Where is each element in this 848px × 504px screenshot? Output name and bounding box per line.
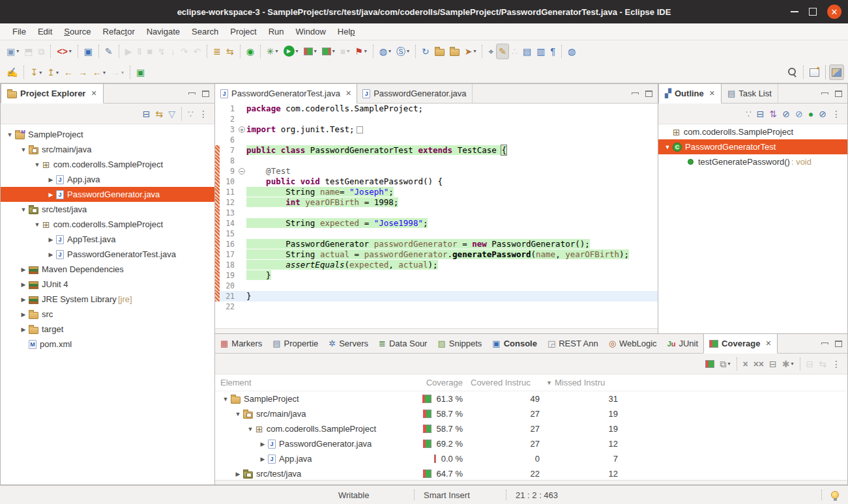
expanded-arrow-icon[interactable]: ▼ [233, 411, 243, 417]
minimize-view-icon[interactable] [821, 92, 828, 94]
collapsed-arrow-icon[interactable]: ▶ [18, 266, 29, 273]
collapsed-arrow-icon[interactable]: ▶ [257, 441, 268, 447]
hide-static-button[interactable]: ⊘ [793, 106, 806, 122]
menu-navigate[interactable]: Navigate [141, 23, 186, 40]
code-line-15[interactable]: 15 [215, 229, 658, 239]
menu-help[interactable]: Help [332, 23, 361, 40]
collapse-all-button[interactable]: ⊟ [754, 106, 767, 122]
expanded-arrow-icon[interactable]: ▼ [662, 144, 673, 150]
code-line-18[interactable]: 18 assertEquals(expected, actual); [215, 260, 658, 270]
close-icon[interactable]: ✕ [709, 89, 715, 98]
tree-item-sampleproject[interactable]: ▼SampleProject [1, 127, 214, 142]
new-server-button[interactable]: ◍▾ [377, 44, 394, 59]
hide-locals-button[interactable]: ⊘ [816, 106, 829, 122]
collapse-button[interactable]: ⊟ [767, 356, 780, 372]
tab-snippets[interactable]: ▨Snippets [432, 334, 487, 353]
save-all-button[interactable]: ⧉ [35, 44, 47, 59]
column-element[interactable]: Element [215, 378, 411, 387]
collapsed-arrow-icon[interactable]: ▶ [46, 236, 56, 243]
table-hscrollbar[interactable] [215, 480, 847, 484]
menu-run[interactable]: Run [263, 23, 290, 40]
focus-button[interactable]: ∵ [185, 106, 196, 122]
java-perspective-button[interactable] [829, 64, 844, 80]
registers-view-button[interactable]: ▥ [534, 44, 548, 59]
collapsed-arrow-icon[interactable]: ▶ [18, 281, 29, 288]
tree-item-src-main-java[interactable]: ▼src/main/java [1, 142, 214, 157]
launch-wizard-button[interactable]: ➤▾ [462, 44, 479, 59]
code-line-11[interactable]: 11 String name= "Joseph"; [215, 187, 658, 197]
step-over-button[interactable]: ↷ [178, 44, 191, 59]
tab-propertie[interactable]: ▤Propertie [267, 334, 323, 353]
tree-item-passwordgenerator-java[interactable]: ▶JPasswordGenerator.java [1, 187, 214, 202]
code-line-20[interactable]: 20 [215, 281, 658, 291]
tab-rest-ann[interactable]: ◲REST Ann [542, 334, 604, 353]
step-filters-button[interactable]: ↯ [155, 44, 168, 59]
tab-markers[interactable]: ▦Markers [215, 334, 267, 353]
expanded-arrow-icon[interactable]: ▼ [32, 221, 42, 228]
save-button[interactable]: ⬒ [22, 44, 35, 59]
code-line-8[interactable]: 8 [215, 156, 658, 166]
tab-coverage[interactable]: Coverage✕ [703, 334, 777, 354]
menu-file[interactable]: File [7, 23, 32, 40]
view-menu-button[interactable]: ⋮ [829, 356, 843, 372]
external-tools-button[interactable]: ⚑▾ [352, 44, 370, 59]
import-wizard-button[interactable] [432, 44, 447, 59]
menu-project[interactable]: Project [224, 23, 262, 40]
menu-search[interactable]: Search [186, 23, 224, 40]
expanded-arrow-icon[interactable]: ▼ [245, 426, 256, 432]
minimize-view-icon[interactable] [632, 92, 639, 94]
minimize-view-icon[interactable] [821, 343, 828, 344]
column-missed-instructions[interactable]: ▼ Missed Instru [540, 378, 618, 387]
coverage-button[interactable]: ▾ [301, 44, 319, 59]
focus-button[interactable]: ∵ [743, 106, 754, 122]
profile-button[interactable]: ▾ [319, 44, 338, 59]
code-line-17[interactable]: 17 String actual = passwordGenerator.gen… [215, 249, 658, 260]
tree-item-com-coderolls-sampleproject[interactable]: ⊞com.coderolls.SampleProject [658, 124, 847, 139]
terminate-button[interactable]: ■ [145, 44, 155, 59]
suspend-button[interactable]: Ⅱ [135, 44, 145, 59]
run-history-button[interactable]: ■▾ [338, 44, 352, 59]
tree-item-app-java[interactable]: ▶JApp.java [1, 172, 214, 187]
code-line-10[interactable]: 10 public void testGeneratePassword() { [215, 176, 658, 187]
collapsed-arrow-icon[interactable]: ▶ [46, 191, 56, 198]
collapsed-arrow-icon[interactable]: ▶ [18, 326, 29, 333]
back-button[interactable]: ←▾ [90, 64, 108, 80]
java-refactor-button[interactable]: <>▾ [54, 44, 74, 59]
code-line-7[interactable]: 7public class PasswordGeneratorTest exte… [215, 145, 658, 156]
run-last-tool-button[interactable]: ✍ [4, 64, 20, 80]
code-editor[interactable]: 1package com.coderolls.SampleProject;23+… [215, 104, 658, 312]
tree-item-target[interactable]: ▶target [1, 322, 214, 337]
resume-button[interactable]: ▶ [123, 44, 135, 59]
collapse-all-button[interactable]: ⊟ [804, 356, 817, 372]
collapsed-arrow-icon[interactable]: ▶ [46, 176, 56, 183]
tree-item-apptest-java[interactable]: ▶JAppTest.java [1, 232, 214, 247]
close-icon[interactable]: ✕ [765, 339, 771, 348]
maximize-view-icon[interactable] [645, 91, 652, 97]
notification-button[interactable] [822, 489, 848, 501]
maximize-window-button[interactable] [809, 8, 817, 16]
tree-item-jre-system-library[interactable]: ▶JRE System Library [jre] [1, 292, 214, 307]
tree-item-com-coderolls-sampleproject[interactable]: ▼⊞com.coderolls.SampleProject [1, 157, 214, 172]
power-button[interactable]: ◉ [244, 44, 257, 59]
sort-button[interactable]: ⇅ [767, 106, 780, 122]
remote-terminal-button[interactable]: ▣ [81, 44, 95, 59]
tab-junit[interactable]: JuJUnit [662, 334, 703, 353]
filters-button[interactable]: ▽ [166, 106, 178, 122]
attach-debugger-button[interactable]: ⌖ [486, 44, 496, 59]
close-icon[interactable]: ✕ [345, 89, 351, 98]
tab-servers[interactable]: ✲Servers [323, 334, 373, 353]
collapse-all-button[interactable]: ⊟ [140, 106, 153, 122]
close-icon[interactable]: ✕ [91, 89, 96, 98]
tree-item-src-test-java[interactable]: ▼src/test/java [1, 202, 214, 217]
expanded-arrow-icon[interactable]: ▼ [32, 161, 42, 168]
maximize-view-icon[interactable] [835, 341, 842, 347]
coverage-row-app-java[interactable]: ▶JApp.java0.0 %07 [215, 451, 847, 466]
debug-button[interactable]: ✳▾ [264, 44, 281, 59]
tab-outline[interactable]: ▞Outline✕ [658, 84, 722, 104]
code-line-19[interactable]: 19 } [215, 270, 658, 281]
column-covered-instructions[interactable]: Covered Instruc [463, 378, 540, 387]
export-wizard-button[interactable] [447, 44, 462, 59]
run-button[interactable]: ▶▾ [281, 44, 301, 59]
tree-item-com-coderolls-sampleproject[interactable]: ▼⊞com.coderolls.SampleProject [1, 217, 214, 232]
coverage-row-com-coderolls-sampleproject[interactable]: ▼⊞com.coderolls.SampleProject58.7 %2719 [215, 421, 847, 436]
